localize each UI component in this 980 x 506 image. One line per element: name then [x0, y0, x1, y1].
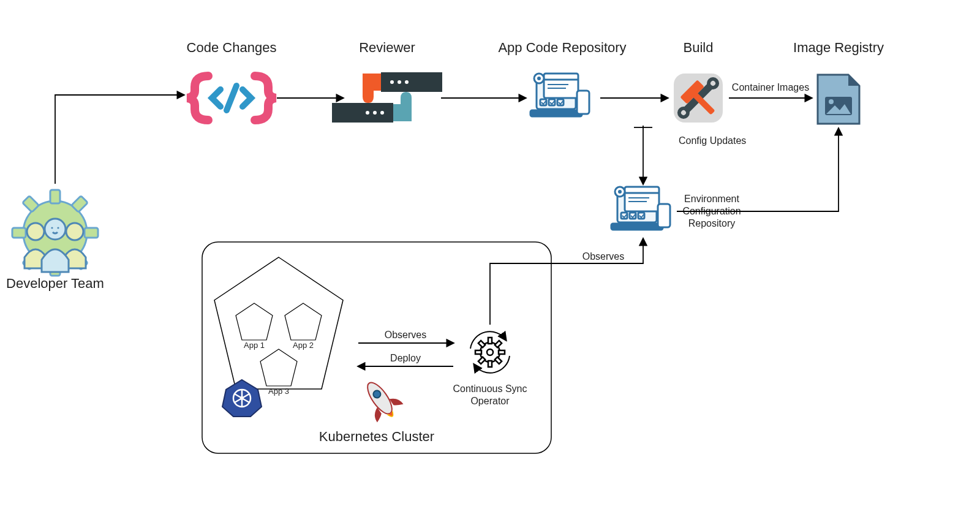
svg-point-45 — [829, 99, 834, 104]
svg-point-22 — [366, 111, 369, 115]
developer-team-label: Developer Team — [6, 276, 104, 291]
kubernetes-icon — [222, 380, 262, 417]
svg-text:App 1: App 1 — [244, 341, 265, 350]
container-images-label: Container Images — [732, 82, 809, 93]
sync-operator-icon — [470, 331, 510, 372]
arrow-dev-to-code — [55, 95, 184, 184]
app2-pentagon: App 2 — [285, 303, 322, 350]
svg-rect-33 — [577, 91, 589, 114]
sync-op-label-2: Operator — [470, 396, 510, 406]
svg-point-21 — [373, 111, 377, 115]
svg-rect-78 — [488, 361, 492, 367]
svg-point-15 — [390, 80, 394, 84]
developer-team-icon — [12, 190, 98, 276]
app1-pentagon: App 1 — [236, 303, 273, 350]
image-registry-icon — [818, 75, 859, 124]
reviewer-icon — [332, 72, 442, 123]
svg-rect-55 — [658, 204, 670, 227]
observes-label-1: Observes — [582, 251, 624, 262]
svg-point-17 — [405, 80, 409, 84]
svg-point-13 — [57, 227, 59, 228]
image-registry-label: Image Registry — [793, 40, 884, 55]
env-repo-label-1: Environment — [684, 194, 739, 204]
svg-point-12 — [51, 227, 53, 228]
svg-point-9 — [27, 223, 44, 240]
cluster-label: Kubernetes Cluster — [319, 429, 434, 444]
svg-rect-84 — [495, 357, 502, 364]
rocket-icon — [356, 374, 405, 426]
svg-point-72 — [240, 396, 244, 400]
svg-rect-79 — [475, 350, 481, 354]
svg-rect-48 — [625, 187, 659, 211]
svg-marker-62 — [260, 349, 297, 386]
svg-point-10 — [66, 223, 83, 240]
cluster-pentagon — [214, 257, 343, 389]
svg-rect-77 — [488, 338, 492, 344]
build-icon — [674, 74, 723, 123]
svg-rect-82 — [478, 357, 485, 364]
app-repo-icon — [530, 74, 589, 116]
code-changes-icon — [187, 76, 276, 120]
env-repo-icon — [611, 187, 670, 230]
deploy-label: Deploy — [390, 353, 421, 363]
svg-rect-26 — [544, 74, 578, 98]
svg-rect-23 — [393, 104, 412, 121]
svg-marker-60 — [285, 303, 322, 340]
svg-point-57 — [618, 190, 622, 194]
svg-point-35 — [537, 77, 541, 80]
env-repo-label-3: Repository — [688, 218, 735, 228]
svg-rect-80 — [499, 350, 505, 354]
build-label: Build — [684, 40, 714, 55]
svg-rect-4 — [85, 228, 98, 238]
svg-rect-83 — [478, 341, 485, 347]
svg-text:App 3: App 3 — [268, 387, 289, 396]
svg-rect-1 — [50, 190, 60, 203]
svg-point-11 — [45, 219, 66, 240]
svg-point-16 — [398, 80, 401, 84]
svg-point-76 — [487, 349, 493, 355]
code-changes-label: Code Changes — [187, 40, 277, 55]
svg-rect-25 — [530, 110, 582, 116]
reviewer-label: Reviewer — [359, 40, 415, 55]
svg-rect-47 — [611, 224, 663, 230]
config-updates-label: Config Updates — [679, 135, 746, 146]
svg-point-20 — [380, 111, 384, 115]
app-repo-label: App Code Repository — [498, 40, 626, 55]
svg-rect-3 — [12, 228, 26, 238]
observes-label-2: Observes — [385, 330, 426, 340]
sync-op-label-1: Continuous Sync — [453, 383, 527, 394]
svg-rect-81 — [495, 341, 502, 347]
svg-rect-18 — [363, 74, 381, 91]
svg-text:App 2: App 2 — [293, 341, 314, 350]
svg-marker-58 — [236, 303, 273, 340]
